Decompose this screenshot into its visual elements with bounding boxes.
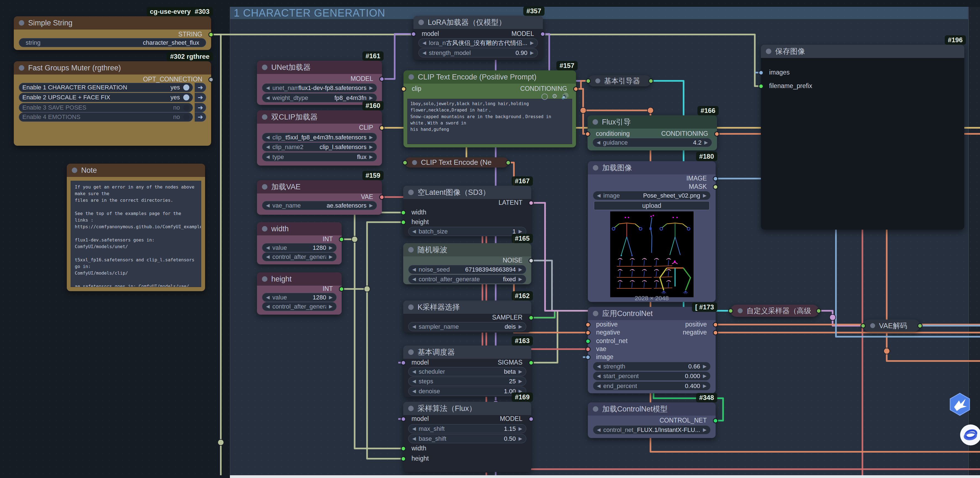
widget-right-arrow-icon[interactable]: ▶ (519, 369, 522, 374)
gear-icon[interactable]: ⚙ (552, 93, 557, 100)
muter-toggle[interactable] (183, 84, 189, 91)
node-clip-text-encode-positive[interactable]: CLIP Text Encode (Positive Prompt)clipCO… (404, 70, 576, 147)
output-port-vae[interactable] (379, 194, 385, 200)
widget-left-arrow-icon[interactable]: ◀ (412, 378, 416, 384)
widget-left-arrow-icon[interactable]: ◀ (412, 267, 416, 272)
widget-right-arrow-icon[interactable]: ▶ (519, 276, 522, 282)
widget-right-arrow-icon[interactable]: ▶ (519, 378, 522, 384)
speaker-icon[interactable]: 🔊 (562, 93, 569, 100)
widget-right-arrow-icon[interactable]: ▶ (519, 426, 522, 432)
widget-left-arrow-icon[interactable]: ◀ (597, 373, 601, 379)
node-height[interactable]: heightINT◀value1280▶◀control_after_gener… (257, 272, 342, 315)
widget-left-arrow-icon[interactable]: ◀ (266, 134, 270, 140)
node-title-bar[interactable]: Flux引导 (587, 115, 717, 129)
collapsed-input-port[interactable] (861, 323, 866, 328)
node-title-bar[interactable]: 采样算法（Flux） (403, 402, 531, 415)
widget-control_net_name[interactable]: ◀control_net_nameFLUX.1/InstantX-FLU...▶ (593, 425, 711, 434)
widget-max_shift[interactable]: ◀max_shift1.15▶ (408, 424, 526, 433)
collapsed-input-port[interactable] (585, 78, 591, 84)
widget-right-arrow-icon[interactable]: ▶ (329, 304, 332, 309)
node-collapse-dot[interactable] (262, 276, 267, 282)
input-port-width[interactable] (401, 446, 406, 451)
node-unet-loader[interactable]: UNet加载器MODEL◀unet_nameflux1-dev-fp8.safe… (257, 61, 382, 105)
node-collapse-dot[interactable] (593, 406, 598, 412)
widget-value[interactable]: ◀value1280▶ (262, 243, 337, 252)
widget-left-arrow-icon[interactable]: ◀ (597, 383, 601, 389)
widget-type[interactable]: ◀typeflux▶ (262, 152, 377, 161)
node-collapse-dot[interactable] (870, 323, 875, 328)
muter-goto-button[interactable]: ➜ (194, 93, 206, 102)
widget-right-arrow-icon[interactable]: ▶ (369, 134, 373, 140)
floating-app-icon[interactable] (960, 424, 980, 447)
node-basic-scheduler[interactable]: 基本调度器modelSIGMAS◀schedulerbeta▶◀steps25▶… (403, 346, 531, 397)
node-collapse-dot[interactable] (408, 304, 414, 310)
widget-right-arrow-icon[interactable]: ▶ (519, 324, 522, 330)
output-port-clip[interactable] (379, 125, 385, 131)
widget-left-arrow-icon[interactable]: ◀ (266, 85, 270, 91)
output-port-model[interactable] (379, 76, 385, 82)
upload-button[interactable]: upload (594, 201, 710, 210)
node-collapse-dot[interactable] (409, 74, 414, 80)
input-port-positive[interactable] (585, 322, 590, 327)
output-port-conditioning[interactable] (573, 86, 579, 92)
collapsed-output-port[interactable] (816, 308, 821, 314)
widget-left-arrow-icon[interactable]: ◀ (412, 324, 416, 330)
node-simple-string[interactable]: Simple StringSTRINGstringcharacter_sheet… (14, 16, 211, 50)
node-title-bar[interactable]: 基本调度器 (403, 346, 531, 359)
widget-steps[interactable]: ◀steps25▶ (408, 377, 526, 386)
widget-right-arrow-icon[interactable]: ▶ (369, 144, 373, 150)
node-note[interactable]: NoteIf you get an error in any of the no… (67, 164, 205, 291)
input-port-model[interactable] (401, 360, 406, 365)
muter-goto-button[interactable]: ➜ (194, 103, 206, 112)
widget-left-arrow-icon[interactable]: ◀ (412, 369, 416, 374)
node-random-noise[interactable]: 随机噪波NOISE◀noise_seed671983948663894▶◀con… (403, 243, 531, 284)
widget-vae_name[interactable]: ◀vae_nameae.safetensors▶ (262, 201, 377, 210)
node-collapse-dot[interactable] (408, 406, 414, 411)
output-port-conditioning[interactable] (714, 131, 719, 137)
widget-scheduler[interactable]: ◀schedulerbeta▶ (408, 367, 526, 376)
output-port-negative[interactable] (713, 330, 718, 335)
widget-right-arrow-icon[interactable]: ▶ (703, 193, 706, 198)
widget-left-arrow-icon[interactable]: ◀ (412, 436, 416, 441)
widget-right-arrow-icon[interactable]: ▶ (369, 202, 373, 209)
prompt-textarea[interactable]: 1boy,solo,jewelry,black hair,long hair,h… (407, 99, 572, 144)
node-collapse-dot[interactable] (19, 20, 24, 25)
widget-right-arrow-icon[interactable]: ▶ (329, 295, 332, 300)
node-title-bar[interactable]: 加载图像 (588, 161, 716, 174)
widget-left-arrow-icon[interactable]: ◀ (597, 427, 601, 433)
node-title-bar[interactable]: 双CLIP加载器 (257, 110, 382, 124)
widget-left-arrow-icon[interactable]: ◀ (412, 276, 416, 282)
widget-right-arrow-icon[interactable]: ▶ (530, 40, 534, 46)
output-port-positive[interactable] (713, 322, 718, 327)
node-width[interactable]: widthINT◀value1280▶◀control_after_genera… (257, 222, 342, 264)
widget-start_percent[interactable]: ◀start_percent0.000▶ (593, 371, 711, 381)
widget-control_after_generate[interactable]: ◀control_after_generate.▶ (262, 302, 337, 311)
widget-left-arrow-icon[interactable]: ◀ (266, 95, 270, 101)
muter-toggle[interactable] (183, 105, 189, 111)
widget-right-arrow-icon[interactable]: ▶ (703, 363, 706, 369)
node-collapse-dot[interactable] (766, 49, 772, 54)
widget-control_after_generate[interactable]: ◀control_after_generatefixed▶ (408, 275, 526, 284)
widget-left-arrow-icon[interactable]: ◀ (266, 202, 270, 209)
input-port-vae[interactable] (585, 347, 590, 352)
collapsed-output-port[interactable] (917, 323, 923, 328)
widget-left-arrow-icon[interactable]: ◀ (266, 154, 270, 160)
node-load-vae[interactable]: 加载VAEVAE◀vae_nameae.safetensors▶ (257, 180, 382, 215)
node-graph-canvas[interactable]: 1 CHARACTER GENERATION Simple StringSTRI… (0, 0, 980, 478)
output-port-opt_connection[interactable] (208, 77, 213, 82)
collapsed-output-port[interactable] (506, 160, 511, 165)
widget-left-arrow-icon[interactable]: ◀ (597, 193, 601, 198)
output-port-sampler[interactable] (528, 315, 534, 320)
node-sampling-flux[interactable]: 采样算法（Flux）modelMODEL◀max_shift1.15▶◀base… (403, 402, 531, 472)
input-port-clip[interactable] (401, 86, 406, 92)
widget-base_shift[interactable]: ◀base_shift0.50▶ (408, 434, 526, 443)
widget-strength_model[interactable]: ◀strength_model0.90▶ (418, 48, 538, 57)
node-custom-sampler-advanced[interactable]: 自定义采样器（高级） (730, 305, 819, 317)
widget-weight_dtype[interactable]: ◀weight_dtypefp8_e4m3fn▶ (262, 93, 377, 102)
widget-right-arrow-icon[interactable]: ▶ (703, 427, 706, 433)
node-collapse-dot[interactable] (593, 311, 598, 316)
output-port-int[interactable] (339, 237, 344, 242)
widget-left-arrow-icon[interactable]: ◀ (266, 295, 270, 300)
muter-goto-button[interactable]: ➜ (194, 83, 206, 92)
node-apply-controlnet[interactable]: 应用ControlNetpositivepositivenegativenega… (588, 307, 716, 393)
